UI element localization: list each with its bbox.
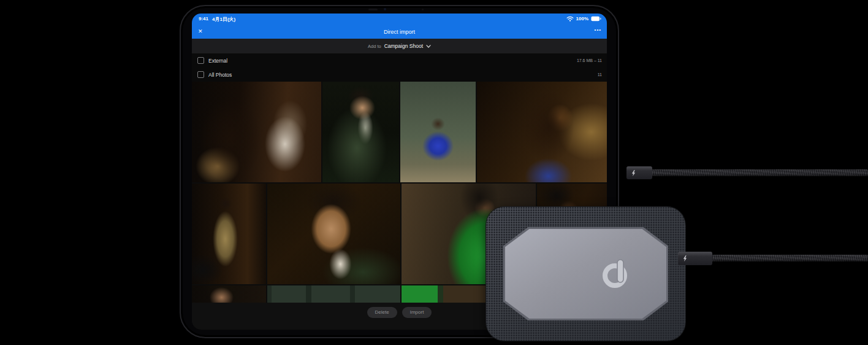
import-button[interactable]: Import <box>402 307 432 318</box>
wifi-icon <box>566 16 574 21</box>
delete-button[interactable]: Delete <box>367 307 397 318</box>
source-meta: 11 <box>598 72 602 77</box>
drive-metal-panel <box>505 229 666 319</box>
photo-thumbnail-r2c1[interactable] <box>192 184 266 284</box>
photo-thumbnail-r1c3[interactable] <box>400 82 476 182</box>
add-to-label: Add to <box>368 44 381 49</box>
source-label: External <box>208 58 227 64</box>
source-meta: 17.6 MB – 11 <box>577 58 602 63</box>
battery-full-icon <box>591 16 601 21</box>
thunderbolt-icon <box>683 255 687 262</box>
checkbox-all-photos[interactable] <box>197 71 204 78</box>
front-camera-icon <box>384 8 386 10</box>
photo-thumbnail-r1c2[interactable] <box>322 82 399 182</box>
checkbox-external[interactable] <box>197 57 204 64</box>
status-date: 4月1日(火) <box>212 16 235 23</box>
thunderbolt-cable-to-ipad <box>651 169 868 176</box>
status-time: 9:41 <box>199 16 208 23</box>
more-options-icon[interactable]: ••• <box>595 27 601 33</box>
source-label: All Photos <box>208 72 232 78</box>
source-row-external[interactable]: External 17.6 MB – 11 <box>192 53 607 68</box>
cable-connector-drive <box>678 252 712 265</box>
front-camera-pill <box>368 9 378 10</box>
photo-thumbnail-r3c2[interactable] <box>267 285 400 303</box>
cable-connector-ipad <box>626 166 652 179</box>
ambient-sensor-icon <box>422 9 424 10</box>
photo-thumbnail-r3c1[interactable] <box>192 285 266 303</box>
import-source-list: External 17.6 MB – 11 All Photos 11 <box>192 53 607 82</box>
page-title: Direct import <box>192 29 607 35</box>
status-bar-right: 100% <box>566 16 601 21</box>
add-to-bar: Add to Campaign Shoot <box>192 39 607 53</box>
thunderbolt-icon <box>631 170 636 176</box>
source-row-all-photos[interactable]: All Photos 11 <box>192 68 607 82</box>
external-ssd-drive <box>486 207 685 341</box>
photo-thumbnail-r1c1[interactable] <box>192 82 321 182</box>
photo-thumbnail-r1c4[interactable] <box>477 82 607 182</box>
thunderbolt-cable-to-drive <box>710 255 868 262</box>
battery-percent: 100% <box>576 16 588 21</box>
status-bar-left: 9:41 4月1日(火) <box>199 16 235 23</box>
album-selector[interactable]: Campaign Shoot <box>384 43 423 49</box>
photo-grid-row-1 <box>192 82 607 182</box>
photo-thumbnail-r2c2[interactable] <box>267 184 400 284</box>
g-logo <box>600 258 632 290</box>
app-header: 9:41 4月1日(火) 100% ✕ Direct import ••• <box>192 14 607 39</box>
chevron-down-icon[interactable] <box>426 45 431 48</box>
